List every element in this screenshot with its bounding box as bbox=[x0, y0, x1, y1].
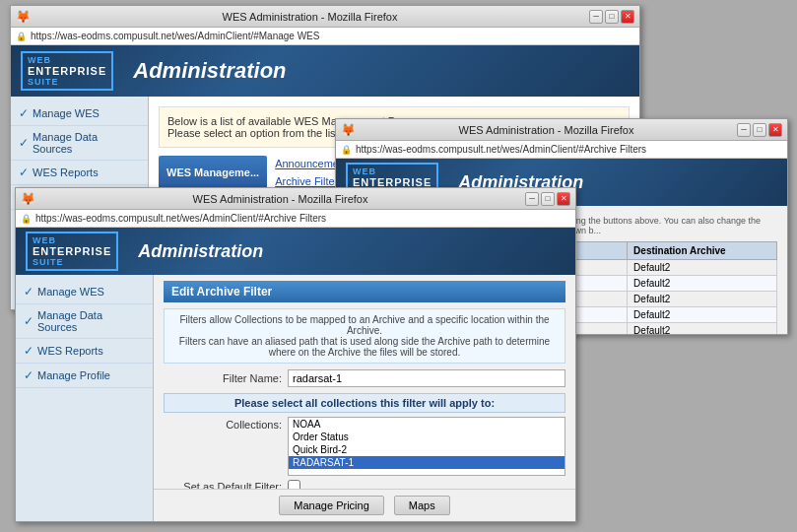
form-info-line1: Filters allow Collections to be mapped t… bbox=[172, 314, 557, 336]
collections-section-header: Please select all collections this filte… bbox=[164, 393, 565, 413]
url-3: https://was-eodms.compusult.net/wes/Admi… bbox=[35, 213, 326, 224]
sidebar-label-3d: Manage Profile bbox=[37, 369, 110, 381]
logo-area-3: WEB ENTERPRISE SUITE bbox=[26, 232, 118, 271]
sidebar-label-3c: WES Reports bbox=[37, 345, 103, 357]
cell-archive: Default2 bbox=[628, 260, 777, 276]
checkmark-icon-3c: ✓ bbox=[24, 344, 33, 358]
sidebar-item-data-sources-1[interactable]: ✓ Manage Data Sources bbox=[11, 126, 148, 161]
collection-order-status[interactable]: Order Status bbox=[289, 431, 565, 443]
header-title-3: Administration bbox=[138, 241, 263, 262]
sidebar-3: ✓ Manage WES ✓ Manage Data Sources ✓ WES… bbox=[16, 275, 154, 521]
lock-icon-2: 🔒 bbox=[341, 145, 352, 155]
logo-web-2: WEB bbox=[353, 166, 432, 176]
sidebar-label-1a: Manage WES bbox=[33, 107, 100, 119]
logo-web-3: WEB bbox=[33, 235, 111, 245]
sidebar-item-reports-1[interactable]: ✓ WES Reports bbox=[11, 161, 148, 185]
window-controls-1: ─ □ ✕ bbox=[589, 10, 634, 24]
form-header: Edit Archive Filter bbox=[164, 281, 565, 302]
collections-listbox-container: NOAA Order Status Quick Bird-2 RADARSAT-… bbox=[288, 417, 565, 476]
collection-noaa[interactable]: NOAA bbox=[289, 418, 565, 431]
url-2: https://was-eodms.compusult.net/wes/Admi… bbox=[356, 144, 646, 155]
checkmark-icon-3a: ✓ bbox=[24, 285, 33, 299]
firefox-icon: 🦊 bbox=[16, 10, 31, 24]
logo-suite-1: SUITE bbox=[28, 77, 106, 87]
bottom-buttons: Manage Pricing Maps bbox=[154, 489, 575, 521]
sidebar-item-manage-wes-3[interactable]: ✓ Manage WES bbox=[16, 280, 153, 304]
titlebar-2: 🦊 WES Administration - Mozilla Firefox ─… bbox=[336, 119, 787, 141]
browser-content-3: WEB ENTERPRISE SUITE Administration ✓ Ma… bbox=[16, 228, 575, 521]
firefox-icon-3: 🦊 bbox=[21, 192, 35, 206]
filter-name-label: Filter Name: bbox=[164, 372, 282, 384]
collections-row: Collections: NOAA Order Status Quick Bir… bbox=[164, 417, 565, 476]
window1-title: WES Administration - Mozilla Firefox bbox=[31, 11, 589, 23]
lock-icon-3: 🔒 bbox=[21, 214, 32, 224]
sidebar-item-reports-3[interactable]: ✓ WES Reports bbox=[16, 339, 153, 364]
addressbar-3: 🔒 https://was-eodms.compusult.net/wes/Ad… bbox=[16, 210, 575, 228]
minimize-btn-3[interactable]: ─ bbox=[525, 192, 539, 206]
sidebar-label-1b: Manage Data Sources bbox=[33, 131, 140, 155]
manage-pricing-btn[interactable]: Manage Pricing bbox=[279, 496, 383, 515]
addressbar-1: 🔒 https://was-eodms.compusult.net/wes/Ad… bbox=[11, 28, 639, 45]
minimize-btn-2[interactable]: ─ bbox=[737, 123, 751, 137]
sidebar-label-3a: Manage WES bbox=[37, 286, 104, 298]
logo-web-1: WEB bbox=[28, 55, 106, 65]
sidebar-item-manage-wes-1[interactable]: ✓ Manage WES bbox=[11, 101, 148, 126]
titlebar-1: 🦊 WES Administration - Mozilla Firefox ─… bbox=[11, 6, 639, 28]
url-1: https://was-eodms.compusult.net/wes/Admi… bbox=[31, 31, 319, 41]
sidebar-item-profile-3[interactable]: ✓ Manage Profile bbox=[16, 364, 153, 388]
checkmark-icon-1a: ✓ bbox=[19, 106, 29, 120]
logo-box-3: WEB ENTERPRISE SUITE bbox=[26, 232, 118, 271]
logo-area-1: WEB ENTERPRISE SUITE bbox=[21, 51, 113, 91]
logo-suite-3: SUITE bbox=[33, 257, 111, 267]
header-title-1: Administration bbox=[133, 58, 286, 84]
restore-btn-1[interactable]: □ bbox=[605, 10, 619, 24]
w3-main: ✓ Manage WES ✓ Manage Data Sources ✓ WES… bbox=[16, 275, 575, 521]
titlebar-3: 🦊 WES Administration - Mozilla Firefox ─… bbox=[16, 188, 575, 210]
lock-icon-1: 🔒 bbox=[16, 32, 27, 41]
cell-archive: Default2 bbox=[628, 292, 777, 307]
collections-listbox[interactable]: NOAA Order Status Quick Bird-2 RADARSAT-… bbox=[288, 417, 565, 476]
default-filter-checkbox[interactable] bbox=[288, 480, 300, 489]
cell-archive: Default2 bbox=[628, 307, 777, 323]
cell-archive: Default2 bbox=[628, 323, 777, 335]
w3-form-content: Edit Archive Filter Filters allow Collec… bbox=[154, 275, 575, 489]
checkmark-icon-3d: ✓ bbox=[24, 368, 33, 382]
restore-btn-3[interactable]: □ bbox=[541, 192, 555, 206]
header-banner-3: WEB ENTERPRISE SUITE Administration bbox=[16, 228, 575, 275]
window3-title: WES Administration - Mozilla Firefox bbox=[35, 193, 525, 205]
cell-archive: Default2 bbox=[628, 276, 777, 292]
col-destination: Destination Archive bbox=[628, 242, 777, 260]
addressbar-2: 🔒 https://was-eodms.compusult.net/wes/Ad… bbox=[336, 141, 787, 159]
default-filter-label: Set as Default Filter: bbox=[164, 481, 282, 490]
window-controls-2: ─ □ ✕ bbox=[737, 123, 782, 137]
maps-btn[interactable]: Maps bbox=[394, 496, 450, 515]
checkmark-icon-1b: ✓ bbox=[19, 136, 29, 150]
w3-form-wrapper: Edit Archive Filter Filters allow Collec… bbox=[154, 275, 575, 521]
close-btn-3[interactable]: ✕ bbox=[557, 192, 570, 206]
default-filter-row: Set as Default Filter: bbox=[164, 480, 565, 489]
window2-title: WES Administration - Mozilla Firefox bbox=[356, 124, 737, 136]
sidebar-item-data-sources-3[interactable]: ✓ Manage Data Sources bbox=[16, 304, 153, 339]
checkmark-icon-3b: ✓ bbox=[24, 314, 33, 328]
sidebar-label-1c: WES Reports bbox=[33, 166, 99, 178]
header-banner-1: WEB ENTERPRISE SUITE Administration bbox=[11, 45, 639, 97]
form-info-line2: Filters can have an aliased path that is… bbox=[172, 336, 557, 358]
collections-label: Collections: bbox=[164, 419, 282, 431]
logo-box-1: WEB ENTERPRISE SUITE bbox=[21, 51, 113, 91]
wes-management-btn[interactable]: WES Manageme... bbox=[159, 156, 267, 189]
checkmark-icon-1c: ✓ bbox=[19, 166, 29, 179]
restore-btn-2[interactable]: □ bbox=[753, 123, 766, 137]
close-btn-2[interactable]: ✕ bbox=[768, 123, 782, 137]
form-info: Filters allow Collections to be mapped t… bbox=[164, 308, 565, 364]
logo-enterprise-3: ENTERPRISE bbox=[33, 245, 111, 257]
close-btn-1[interactable]: ✕ bbox=[621, 10, 634, 24]
collection-radarsat1[interactable]: RADARSAT-1 bbox=[289, 456, 565, 469]
sidebar-label-3b: Manage Data Sources bbox=[37, 309, 145, 333]
filter-name-input[interactable] bbox=[288, 369, 565, 387]
collection-quickbird[interactable]: Quick Bird-2 bbox=[289, 443, 565, 456]
window-controls-3: ─ □ ✕ bbox=[525, 192, 570, 206]
filter-name-row: Filter Name: bbox=[164, 369, 565, 387]
firefox-icon-2: 🦊 bbox=[341, 123, 356, 137]
window3: 🦊 WES Administration - Mozilla Firefox ─… bbox=[15, 187, 576, 522]
minimize-btn-1[interactable]: ─ bbox=[589, 10, 603, 24]
